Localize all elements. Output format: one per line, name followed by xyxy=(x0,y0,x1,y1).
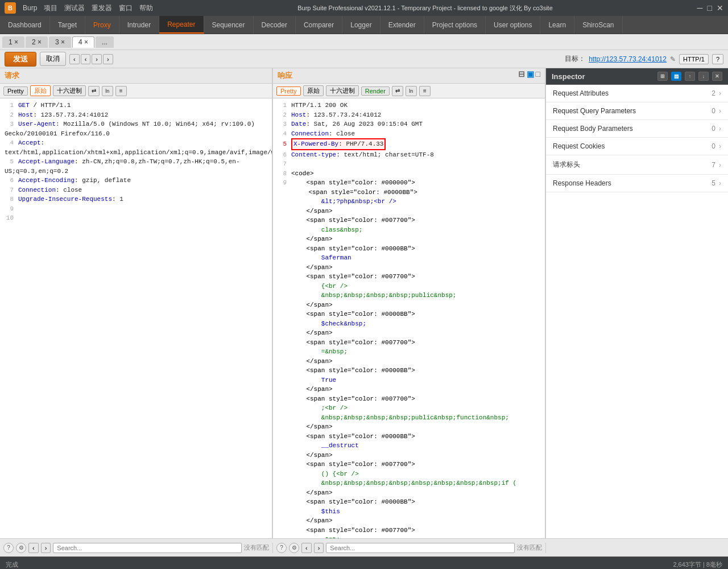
inspector-sort-desc-icon[interactable]: ↓ xyxy=(698,72,709,81)
response-ln-btn[interactable]: ln xyxy=(406,86,417,96)
response-search-prev[interactable]: ‹ xyxy=(301,543,312,553)
close-button[interactable]: ✕ xyxy=(717,3,723,13)
request-search-help[interactable]: ? xyxy=(3,543,14,553)
tab-shiroscan[interactable]: ShiroScan xyxy=(574,16,622,34)
inspector-body-params-chevron: › xyxy=(719,125,721,133)
response-search-next[interactable]: › xyxy=(314,543,324,553)
inspector-row-resp-headers[interactable]: Response Headers 5 › xyxy=(546,175,728,192)
subtab-4[interactable]: 4 × xyxy=(72,36,94,48)
resp-line-32: <span style="color: #007700"> xyxy=(278,394,540,404)
tab-logger[interactable]: Logger xyxy=(342,16,380,34)
inspector-row-cookies[interactable]: Request Cookies 0 › xyxy=(546,138,728,155)
resp-line-40: () {<br /> xyxy=(278,469,540,479)
cancel-button[interactable]: 取消 xyxy=(40,52,66,66)
request-search-next[interactable]: › xyxy=(41,543,51,553)
request-line-9: 9 xyxy=(5,204,267,214)
inspector-body-params-right: 0 › xyxy=(712,125,721,133)
window-controls: ─ □ ✕ xyxy=(697,3,723,13)
inspector-resp-headers-chevron: › xyxy=(719,179,721,187)
request-hex-btn[interactable]: 十六进制 xyxy=(53,85,86,96)
response-render-btn[interactable]: Render xyxy=(361,86,390,96)
nav-buttons: ‹ ‹ › › xyxy=(69,54,113,64)
inspector-resp-headers-count: 5 xyxy=(712,179,715,187)
http-version-button[interactable]: HTTP/1 xyxy=(679,54,709,64)
resp-view-single[interactable]: ▣ xyxy=(527,69,534,79)
subtab-3[interactable]: 3 × xyxy=(49,36,71,48)
request-search-input[interactable] xyxy=(53,543,242,553)
request-raw-btn[interactable]: 原始 xyxy=(30,85,51,96)
resp-line-38: </span> xyxy=(278,451,540,460)
menu-help[interactable]: 帮助 xyxy=(139,3,153,13)
target-url[interactable]: http://123.57.73.24:41012 xyxy=(589,55,667,63)
subtab-1[interactable]: 1 × xyxy=(2,36,24,48)
tab-extender[interactable]: Extender xyxy=(380,16,424,34)
response-search-help[interactable]: ? xyxy=(276,543,287,553)
request-menu-btn[interactable]: ≡ xyxy=(115,86,127,96)
inspector-query-params-chevron: › xyxy=(719,107,721,115)
inspector-sort-asc-icon[interactable]: ↑ xyxy=(685,72,695,81)
request-line-4: 4Accept: text/html,application/xhtml+xml… xyxy=(5,138,267,157)
resp-line-9: 9 <span style="color: #000000"> xyxy=(278,178,540,188)
sub-tabs: 1 × 2 × 3 × 4 × ... xyxy=(0,34,728,50)
inspector-row-query-params[interactable]: Request Query Parameters 0 › xyxy=(546,102,728,120)
tab-comparer[interactable]: Comparer xyxy=(296,16,342,34)
nav-next-button[interactable]: › xyxy=(92,54,102,64)
inspector-header: Inspector ⊞ ▤ ↑ ↓ ✕ xyxy=(546,68,728,85)
response-search-input[interactable] xyxy=(326,543,515,553)
response-menu-btn[interactable]: ≡ xyxy=(419,86,431,96)
tab-learn[interactable]: Learn xyxy=(540,16,574,34)
nav-next2-button[interactable]: › xyxy=(103,54,113,64)
inspector-row-attributes[interactable]: Request Attributes 2 › xyxy=(546,85,728,102)
request-search-prev[interactable]: ‹ xyxy=(28,543,39,553)
response-pane: 响应 ⊟ ▣ □ Pretty 原始 十六进制 Render ⇄ ln ≡ 1H… xyxy=(273,68,546,538)
tab-dashboard[interactable]: Dashboard xyxy=(0,16,50,34)
menu-window[interactable]: 窗口 xyxy=(119,3,133,13)
tab-target[interactable]: Target xyxy=(50,16,85,34)
resp-view-full[interactable]: □ xyxy=(536,69,540,79)
menu-tester[interactable]: 测试器 xyxy=(64,3,85,13)
response-editor[interactable]: 1HTTP/1.1 200 OK 2Host: 123.57.73.24:410… xyxy=(273,98,545,538)
tab-user-options[interactable]: User options xyxy=(486,16,540,34)
resp-line-21: &nbsp;&nbsp;&nbsp;&nbsp;public&nbsp; xyxy=(278,291,540,300)
inspector-attributes-label: Request Attributes xyxy=(553,89,609,97)
response-raw-btn[interactable]: 原始 xyxy=(303,85,324,96)
response-pretty-btn[interactable]: Pretty xyxy=(276,86,301,96)
response-search-settings[interactable]: ⚙ xyxy=(289,543,299,553)
menu-resender[interactable]: 重发器 xyxy=(92,3,112,13)
response-hex-btn[interactable]: 十六进制 xyxy=(326,85,359,96)
minimize-button[interactable]: ─ xyxy=(697,3,703,13)
tab-proxy[interactable]: Proxy xyxy=(85,16,119,34)
inspector-list-icon[interactable]: ▤ xyxy=(671,72,681,81)
tab-project-options[interactable]: Project options xyxy=(424,16,486,34)
nav-prev2-button[interactable]: ‹ xyxy=(81,54,91,64)
request-wrap-btn[interactable]: ⇄ xyxy=(88,86,100,96)
response-wrap-btn[interactable]: ⇄ xyxy=(392,86,403,96)
request-label: 请求 xyxy=(5,71,19,80)
request-editor[interactable]: 1GET / HTTP/1.1 2Host: 123.57.73.24:4101… xyxy=(0,98,272,538)
tab-intruder[interactable]: Intruder xyxy=(119,16,159,34)
edit-icon[interactable]: ✎ xyxy=(670,55,676,63)
inspector-grid-icon[interactable]: ⊞ xyxy=(657,72,668,81)
nav-prev-button[interactable]: ‹ xyxy=(69,54,80,64)
inspector-row-body-params[interactable]: Request Body Parameters 0 › xyxy=(546,120,728,138)
menu-burp[interactable]: Burp xyxy=(23,4,37,12)
subtab-more[interactable]: ... xyxy=(96,36,114,48)
resp-line-16: <span style="color: #0000BB"> xyxy=(278,244,540,254)
help-button[interactable]: ? xyxy=(712,54,723,64)
menu-project[interactable]: 项目 xyxy=(44,3,57,13)
maximize-button[interactable]: □ xyxy=(708,3,712,13)
inspector-close-icon[interactable]: ✕ xyxy=(712,72,722,81)
request-search-settings[interactable]: ⚙ xyxy=(16,543,26,553)
tab-decoder[interactable]: Decoder xyxy=(254,16,296,34)
send-button[interactable]: 发送 xyxy=(5,52,36,67)
inspector-row-req-headers[interactable]: 请求标头 7 › xyxy=(546,155,728,175)
resp-view-split[interactable]: ⊟ xyxy=(518,69,525,79)
resp-line-7: 7 xyxy=(278,159,540,169)
request-ln-btn[interactable]: ln xyxy=(102,86,113,96)
tab-repeater[interactable]: Repeater xyxy=(159,16,204,34)
tab-sequencer[interactable]: Sequencer xyxy=(204,16,254,34)
nav-tabs: Dashboard Target Proxy Intruder Repeater… xyxy=(0,16,728,34)
subtab-2[interactable]: 2 × xyxy=(26,36,48,48)
inspector-attributes-count: 2 xyxy=(712,89,715,97)
request-pretty-btn[interactable]: Pretty xyxy=(3,86,28,96)
